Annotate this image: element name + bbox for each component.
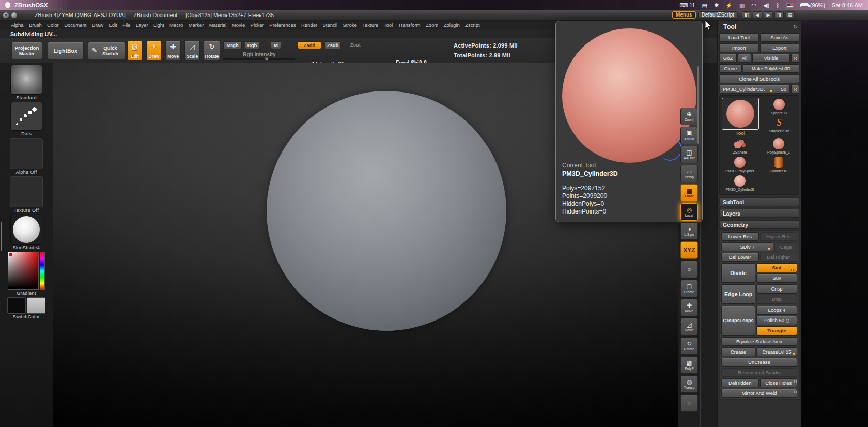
keyboard-icon[interactable]: ⌨	[679, 2, 688, 9]
active-tool-thumbnail[interactable]: Tool	[721, 98, 760, 136]
menu-item[interactable]: Marker	[186, 22, 207, 28]
polish-mode-toggle-icon[interactable]	[786, 319, 789, 323]
menu-item[interactable]: Zplugin	[441, 22, 462, 28]
actual-button[interactable]: ▣ Actual	[680, 127, 698, 144]
current-texture-thumbnail[interactable]	[10, 176, 43, 207]
zsub-button[interactable]: Zsub	[324, 41, 341, 49]
menu-item[interactable]: Movie	[229, 22, 248, 28]
local-button[interactable]: ◎ Local	[680, 203, 698, 221]
crisp-toggle[interactable]: Crisp	[756, 284, 797, 294]
menu-item[interactable]: Transform	[395, 22, 423, 28]
menubar-clock[interactable]: Sat 8:46 AM	[832, 2, 863, 8]
scale-mode-button[interactable]: ◿Scale	[184, 41, 200, 60]
shelf-scrollbar[interactable]	[698, 66, 699, 144]
tool-item-cylinder3d[interactable]: Cylinder3D	[760, 157, 797, 173]
aahalf-button[interactable]: ◫ AAHalf	[680, 146, 698, 163]
mirror-and-weld-button[interactable]: Mirror And Weld	[721, 389, 797, 398]
hue-strip[interactable]	[40, 252, 45, 290]
tool-item-pm3d-polysphere[interactable]: PM3D_PolySpher	[721, 157, 758, 173]
slider-handle[interactable]	[265, 57, 268, 60]
menu-item[interactable]: Render	[299, 22, 320, 28]
apple-icon[interactable]	[5, 2, 10, 8]
goz-all-button[interactable]: All	[738, 54, 751, 63]
close-holes-button[interactable]: Close Holes	[760, 378, 798, 387]
tray-scrollbar[interactable]	[1, 222, 2, 251]
crease-button[interactable]: Crease	[721, 347, 755, 356]
menubar-app-name[interactable]: ZBrushOSX	[14, 2, 48, 8]
polyf-button[interactable]: ▩ PolyF	[680, 356, 698, 374]
battery-indicator[interactable]: (96%)	[800, 2, 825, 8]
delhidden-button[interactable]: DelHidden	[721, 378, 759, 387]
edit-mode-button[interactable]: ▧Edit	[127, 41, 143, 60]
slider-handle[interactable]	[791, 269, 794, 271]
menu-item[interactable]: Stroke	[340, 22, 360, 28]
polish-slider[interactable]: Polish 50	[756, 316, 797, 325]
export-button[interactable]: Export	[760, 43, 800, 52]
goz-visible-button[interactable]: Visible	[752, 54, 790, 63]
save-as-button[interactable]: Save As	[760, 33, 800, 42]
chat-icon[interactable]: ▥	[739, 2, 745, 9]
rgb-intensity-slider[interactable]: Rgb Intensity	[223, 51, 296, 60]
groupsloops-button[interactable]: GroupsLoops	[721, 306, 755, 335]
wifi-icon[interactable]: ◠	[751, 2, 756, 9]
menu-item[interactable]: Tool	[381, 22, 396, 28]
draw-mode-button[interactable]: ✳Draw	[146, 41, 162, 60]
menu-item[interactable]: Layer	[133, 22, 151, 28]
creaselvl-slider[interactable]: CreaseLvl 15	[756, 347, 797, 356]
display-icon[interactable]: ▤	[702, 2, 707, 9]
page-next-icon[interactable]: ▶	[764, 11, 773, 19]
import-button[interactable]: Import	[719, 43, 759, 52]
divide-button[interactable]: Divide	[721, 263, 755, 283]
zadd-button[interactable]: Zadd	[298, 41, 321, 49]
script-icon[interactable]: ✱	[714, 2, 719, 9]
equalize-surface-area-button[interactable]: Equalize Surface Area	[721, 337, 797, 346]
load-tool-button[interactable]: Load Tool	[719, 33, 759, 42]
volume-icon[interactable]: ◀)	[763, 2, 769, 9]
lower-res-button[interactable]: Lower Res	[721, 232, 759, 241]
menu-item[interactable]: Brush	[26, 22, 44, 28]
menus-toggle-button[interactable]: Menus	[672, 11, 696, 19]
saturation-value-square[interactable]	[8, 252, 39, 290]
rotate-button[interactable]: ↻ Rotate	[680, 337, 698, 355]
transp-button[interactable]: ◍ Transp	[680, 375, 698, 393]
default-zscript-button[interactable]: DefaultZScript	[698, 11, 738, 19]
tool-item-pm3d-cylinder3d[interactable]: PM3D_Cylinder3I	[721, 175, 758, 192]
active-tool-slider[interactable]: PM3D_Cylinder3D. 50	[719, 85, 790, 94]
ghost-button[interactable]: ◌	[680, 394, 698, 412]
menu-item[interactable]: Macro	[167, 22, 186, 28]
close-button[interactable]: ✕	[3, 12, 9, 18]
input-flag-icon[interactable]	[786, 3, 794, 8]
switch-color-control[interactable]	[7, 297, 45, 314]
minimize-button[interactable]: –	[11, 12, 17, 18]
geometry-section-header[interactable]: Geometry	[719, 220, 799, 229]
spin-button[interactable]: ○	[680, 261, 698, 278]
dock-right-icon[interactable]: ◨	[774, 11, 784, 19]
zoom-button[interactable]: ⊕ Zoom	[680, 108, 698, 125]
menu-item[interactable]: Stencil	[320, 22, 340, 28]
color-picker[interactable]	[8, 252, 45, 290]
goz-r-button[interactable]: R	[791, 54, 799, 63]
tool-item-sphere3d[interactable]: Sphere3D	[771, 99, 787, 115]
menu-item[interactable]: Zoom	[423, 22, 441, 28]
menu-item[interactable]: Zscript	[462, 22, 483, 28]
mrgb-button[interactable]: Mrgb	[223, 41, 242, 49]
reload-icon[interactable]: ↻	[793, 24, 798, 30]
clone-button[interactable]: Clone	[719, 64, 742, 73]
rotate-mode-button[interactable]: ↻Rotate	[204, 41, 220, 60]
lightbox-button[interactable]: LightBox	[48, 42, 84, 59]
menu-item[interactable]: Light	[151, 22, 167, 28]
current-brush-thumbnail[interactable]	[10, 65, 42, 95]
dock-left-icon[interactable]: ◧	[742, 11, 751, 19]
tool-r-button[interactable]: R	[791, 85, 799, 94]
menu-item[interactable]: Preferences	[267, 22, 299, 28]
tool-item-polysphere[interactable]: PolySphere_1	[760, 138, 797, 155]
menu-item[interactable]: Document	[61, 22, 89, 28]
frame-button[interactable]: ▢ Frame	[680, 280, 698, 297]
smt-toggle[interactable]: Smt	[756, 263, 797, 272]
make-polymesh3d-button[interactable]: Make PolyMesh3D	[743, 64, 799, 73]
del-lower-button[interactable]: Del Lower	[721, 253, 759, 262]
sdiv-slider[interactable]: SDiv 7	[721, 242, 773, 251]
move-button[interactable]: ✚ Move	[680, 299, 698, 316]
slider-handle[interactable]	[770, 90, 772, 93]
floor-button[interactable]: ▦ Floor	[680, 184, 698, 202]
